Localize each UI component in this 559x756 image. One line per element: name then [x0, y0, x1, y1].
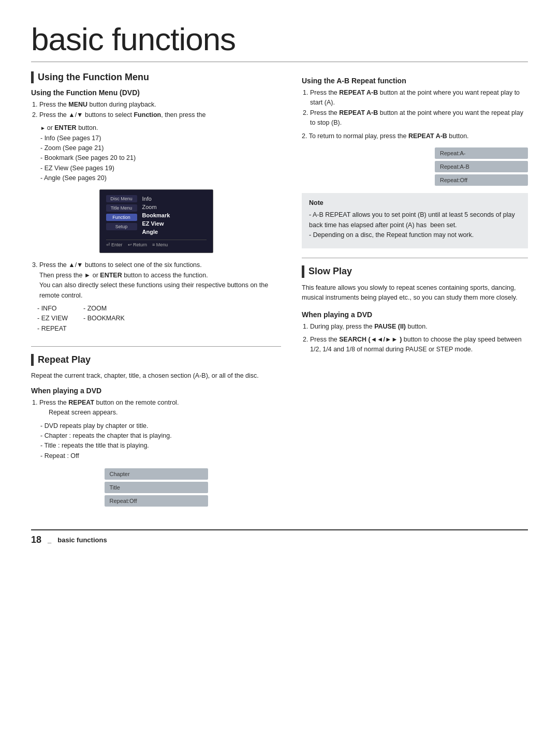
repeat-off-btn: Repeat:Off: [105, 495, 208, 507]
slow-step-2: Press the SEARCH (◄◄/►► ) button to choo…: [310, 335, 528, 355]
menu-icons: Disc Menu Title Menu Function Setup: [106, 195, 137, 235]
slow-play-steps: During play, press the PAUSE (II) button…: [310, 322, 528, 355]
step-3: Press the ▲/▼ buttons to select one of t…: [39, 260, 281, 301]
footer-underscore: _: [48, 536, 51, 544]
section-ab-repeat: Using the A-B Repeat function Press the …: [302, 77, 528, 248]
subsection-slow-dvd: When playing a DVD: [302, 310, 528, 319]
slow-step-1: During play, press the PAUSE (II) button…: [310, 322, 528, 332]
menu-entry-info: Info: [142, 195, 170, 202]
section-repeat-play: Repeat Play Repeat the current track, ch…: [31, 354, 281, 507]
bottom-enter: ⏎ Enter: [106, 242, 123, 247]
subsection-title-dvd: Using the Function Menu (DVD): [31, 88, 281, 97]
section-function-menu: Using the Function Menu Using the Functi…: [31, 71, 281, 337]
footer-text: basic functions: [57, 536, 107, 544]
function-menu-steps: Press the MENU button during playback. P…: [39, 100, 281, 120]
repeat-dvd-items: DVD repeats play by chapter or title. Ch…: [40, 421, 281, 462]
section-divider-1: [31, 346, 281, 347]
section-slow-play: Slow Play This feature allows you slowly…: [302, 265, 528, 354]
section-title-function-menu: Using the Function Menu: [31, 71, 281, 83]
note-items: A-B REPEAT allows you to set point (B) u…: [309, 210, 521, 240]
menu-entries: Info Zoom Bookmark EZ View Angle: [142, 195, 170, 235]
menu-entry-bookmark: Bookmark: [142, 212, 170, 219]
repeat-dvd-steps: Press the REPEAT button on the remote co…: [39, 398, 281, 418]
title-btn: Title: [105, 482, 208, 493]
slow-play-intro: This feature allows you slowly to repeat…: [302, 283, 528, 303]
arrow-enter: or ENTER button.: [40, 123, 281, 133]
bottom-menu: ≡ Menu: [152, 242, 168, 247]
icon-setup: Setup: [106, 223, 137, 230]
remote-info: INFO: [37, 304, 68, 314]
repeat-ab-btn: Repeat:A-B: [435, 161, 528, 172]
repeat-item-chapter: Chapter : repeats the chapter that is pl…: [40, 431, 281, 441]
remote-list-right: ZOOM BOOKMARK: [83, 304, 125, 334]
section-title-repeat-play: Repeat Play: [31, 354, 281, 366]
function-menu-step3: Press the ▲/▼ buttons to select one of t…: [39, 260, 281, 301]
bottom-return: ↩ Return: [128, 242, 148, 247]
sub-item-bookmark: Bookmark (See pages 20 to 21): [40, 153, 281, 163]
note-item-1: A-B REPEAT allows you to set point (B) u…: [309, 210, 521, 230]
chapter-btn: Chapter: [105, 468, 208, 480]
menu-screenshot: Disc Menu Title Menu Function Setup Info…: [99, 189, 213, 253]
remote-ezview: EZ VIEW: [37, 314, 68, 323]
repeat-screen-left: Chapter Title Repeat:Off: [105, 468, 208, 507]
ab-repeat-steps: Press the REPEAT A-B button at the point…: [310, 88, 528, 128]
section-divider-2: [302, 258, 528, 258]
note-item-2: Depending on a disc, the Repeat function…: [309, 230, 521, 240]
repeat-screen-appears: Repeat screen appears.: [49, 409, 117, 416]
remote-bookmark: BOOKMARK: [83, 314, 125, 323]
subsection-when-playing-dvd: When playing a DVD: [31, 387, 281, 395]
remote-repeat: REPEAT: [37, 324, 68, 334]
note-box: Note A-B REPEAT allows you to set point …: [302, 193, 528, 249]
repeat-a-btn: Repeat:A-: [435, 147, 528, 159]
page-title: basic functions: [31, 21, 528, 62]
ab-step-2: Press the REPEAT A-B button at the point…: [310, 108, 528, 128]
left-column: Using the Function Menu Using the Functi…: [31, 71, 281, 514]
icon-disc-menu: Disc Menu: [106, 195, 137, 202]
step-1: Press the MENU button during playback.: [39, 100, 281, 110]
subsection-ab-repeat: Using the A-B Repeat function: [302, 77, 528, 85]
section-title-slow-play: Slow Play: [302, 265, 528, 277]
function-menu-subitems: Info (See pages 17) Zoom (See page 21) B…: [40, 134, 281, 184]
note-title: Note: [309, 198, 521, 208]
remote-list-left: INFO EZ VIEW REPEAT: [37, 304, 68, 334]
repeat-screen-right-wrapper: Repeat:A- Repeat:A-B Repeat:Off: [302, 147, 528, 186]
remote-functions: INFO EZ VIEW REPEAT ZOOM BOOKMARK: [37, 304, 281, 337]
ab-step-1: Press the REPEAT A-B button at the point…: [310, 88, 528, 108]
remote-zoom: ZOOM: [83, 304, 125, 314]
sub-item-info: Info (See pages 17): [40, 134, 281, 143]
repeat-item-title: Title : repeats the title that is playin…: [40, 441, 281, 451]
repeat-step-1: Press the REPEAT button on the remote co…: [39, 398, 281, 418]
repeat-off-right-btn: Repeat:Off: [435, 174, 528, 186]
menu-entry-zoom: Zoom: [142, 203, 170, 211]
repeat-play-intro: Repeat the current track, chapter, title…: [31, 371, 281, 381]
icon-title-menu: Title Menu: [106, 204, 137, 212]
page-footer: 18 _ basic functions: [31, 529, 528, 545]
icon-function: Function: [106, 214, 137, 221]
sub-item-zoom: Zoom (See page 21): [40, 143, 281, 153]
footer-page-num: 18: [31, 535, 41, 545]
menu-bottom-bar: ⏎ Enter ↩ Return ≡ Menu: [106, 240, 207, 247]
sub-item-angle: Angle (See pages 20): [40, 173, 281, 183]
step-2: Press the ▲/▼ buttons to select Function…: [39, 110, 281, 120]
menu-entry-angle: Angle: [142, 228, 170, 235]
menu-entry-ezview: EZ View: [142, 220, 170, 227]
right-column: Using the A-B Repeat function Press the …: [302, 71, 528, 514]
repeat-item-dvd: DVD repeats play by chapter or title.: [40, 421, 281, 431]
sub-item-ezview: EZ View (See pages 19): [40, 164, 281, 173]
ab-step-3: 2. To return to normal play, press the R…: [302, 131, 528, 141]
repeat-screen-right: Repeat:A- Repeat:A-B Repeat:Off: [435, 147, 528, 186]
repeat-item-off: Repeat : Off: [40, 451, 281, 461]
